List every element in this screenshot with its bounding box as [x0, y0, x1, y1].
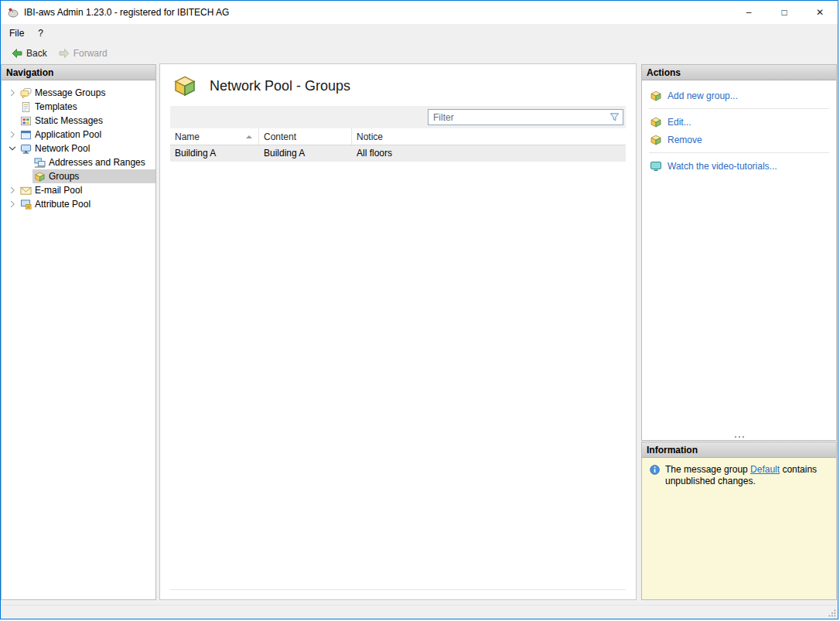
forward-button[interactable]: Forward: [53, 45, 113, 62]
title-bar: IBI-aws Admin 1.23.0 - registered for IB…: [1, 1, 838, 24]
filter-funnel-icon[interactable]: [609, 111, 620, 123]
main-panel: Network Pool - Groups Name Content Notic…: [159, 63, 637, 600]
column-header-content[interactable]: Content: [259, 128, 352, 145]
minimize-icon: –: [746, 7, 752, 18]
chevron-right-icon[interactable]: [6, 128, 19, 141]
nav-item-content: Attribute Pool: [19, 197, 155, 211]
close-button[interactable]: ✕: [802, 1, 838, 24]
application-pool-icon: [19, 128, 32, 141]
edit-label: Edit...: [668, 117, 691, 128]
window-controls: – □ ✕: [731, 1, 838, 24]
navigation-header: Navigation: [2, 65, 155, 80]
remove-label: Remove: [668, 135, 702, 145]
table-header: Name Content Notice: [170, 128, 626, 145]
table-empty-area: [170, 162, 626, 589]
static-messages-icon: [19, 114, 32, 127]
add-new-group-button[interactable]: Add new group...: [642, 87, 836, 104]
maximize-button[interactable]: □: [767, 1, 802, 24]
nav-item-network-pool[interactable]: Network Pool: [2, 142, 155, 155]
chevron-spacer: [20, 156, 32, 169]
back-label: Back: [26, 48, 47, 59]
information-body: The message group Default contains unpub…: [642, 458, 836, 493]
nav-item-addresses-and-ranges[interactable]: Addresses and Ranges: [2, 155, 155, 169]
remove-group-icon: [650, 134, 662, 146]
menu-file[interactable]: File: [2, 24, 31, 43]
chevron-down-icon[interactable]: [6, 142, 19, 155]
back-button[interactable]: Back: [5, 45, 53, 62]
chevron-right-icon[interactable]: [6, 87, 19, 99]
filter-input[interactable]: [428, 109, 623, 125]
nav-item-label: Groups: [49, 171, 82, 182]
action-list: Add new group... Edit... Remove Watch th…: [642, 80, 836, 175]
addresses-and-ranges-icon: [33, 156, 46, 169]
page-title: Network Pool - Groups: [210, 78, 350, 94]
nav-item-content: Static Messages: [19, 114, 155, 128]
column-header-notice[interactable]: Notice: [352, 128, 626, 145]
forward-arrow-icon: [58, 47, 70, 60]
back-arrow-icon: [11, 47, 23, 60]
table-row[interactable]: Building A Building A All floors: [170, 145, 626, 162]
nav-item-content: E-mail Pool: [19, 183, 155, 197]
nav-item-email-pool[interactable]: E-mail Pool: [2, 183, 155, 197]
groups-icon: [33, 170, 46, 183]
column-header-name[interactable]: Name: [170, 128, 259, 145]
chevron-spacer: [6, 101, 19, 113]
nav-item-static-messages[interactable]: Static Messages: [2, 114, 155, 128]
filter-box: [428, 109, 623, 125]
nav-item-message-groups[interactable]: Message Groups: [2, 86, 155, 100]
menu-file-label: File: [9, 28, 24, 39]
minimize-button[interactable]: –: [731, 1, 767, 24]
nav-item-label: Message Groups: [35, 87, 108, 98]
edit-group-icon: [650, 116, 662, 128]
templates-icon: [19, 101, 32, 113]
nav-item-label: Addresses and Ranges: [49, 157, 149, 168]
chevron-right-icon[interactable]: [6, 198, 19, 210]
default-group-link[interactable]: Default: [750, 464, 780, 475]
maximize-icon: □: [781, 7, 787, 18]
close-icon: ✕: [816, 7, 824, 18]
nav-item-label: E-mail Pool: [35, 185, 85, 196]
column-label: Notice: [357, 131, 383, 142]
window-title: IBI-aws Admin 1.23.0 - registered for IB…: [24, 7, 229, 18]
info-icon: [649, 464, 661, 476]
nav-item-content: Application Pool: [19, 128, 155, 142]
nav-item-application-pool[interactable]: Application Pool: [2, 128, 155, 142]
nav-item-groups[interactable]: Groups: [2, 169, 155, 183]
nav-item-label: Attribute Pool: [35, 199, 94, 210]
right-column: Actions Add new group... Edit... Remove: [641, 64, 837, 600]
nav-item-templates[interactable]: Templates: [2, 100, 155, 114]
nav-item-attribute-pool[interactable]: Attribute Pool: [2, 197, 155, 211]
main-title-row: Network Pool - Groups: [160, 64, 636, 106]
info-text-before: The message group: [665, 464, 750, 475]
watch-video-tutorials-button[interactable]: Watch the video-tutorials...: [642, 157, 836, 175]
nav-item-content: Groups: [32, 169, 155, 183]
panel-splitter-handle[interactable]: [642, 433, 836, 440]
actions-divider: [649, 108, 829, 109]
nav-item-content: Templates: [19, 100, 155, 114]
information-message: The message group Default contains unpub…: [665, 464, 829, 487]
nav-item-label: Templates: [35, 101, 80, 112]
cell-notice: All floors: [352, 145, 626, 162]
remove-button[interactable]: Remove: [642, 131, 836, 148]
actions-header: Actions: [642, 65, 836, 80]
app-window: IBI-aws Admin 1.23.0 - registered for IB…: [0, 0, 838, 619]
chevron-right-icon[interactable]: [6, 184, 19, 196]
splitter-dot: [739, 436, 740, 438]
add-group-icon: [650, 90, 662, 102]
sort-ascending-icon: [246, 135, 252, 138]
watch-video-tutorials-label: Watch the video-tutorials...: [668, 161, 777, 172]
actions-panel: Actions Add new group... Edit... Remove: [641, 64, 837, 441]
nav-item-label: Application Pool: [35, 129, 104, 140]
splitter-dot: [735, 436, 736, 438]
menu-help[interactable]: ?: [31, 24, 50, 43]
column-label: Name: [175, 131, 200, 142]
edit-button[interactable]: Edit...: [642, 113, 836, 131]
forward-label: Forward: [73, 48, 108, 59]
groups-table: Name Content Notice Building A Building …: [170, 106, 626, 590]
information-panel: Information The message group Default co…: [641, 442, 837, 600]
attribute-pool-icon: [19, 198, 32, 210]
resize-grip[interactable]: [826, 607, 837, 618]
nav-item-content: Message Groups: [19, 86, 155, 100]
cell-content: Building A: [259, 145, 352, 162]
add-new-group-label: Add new group...: [668, 90, 738, 101]
